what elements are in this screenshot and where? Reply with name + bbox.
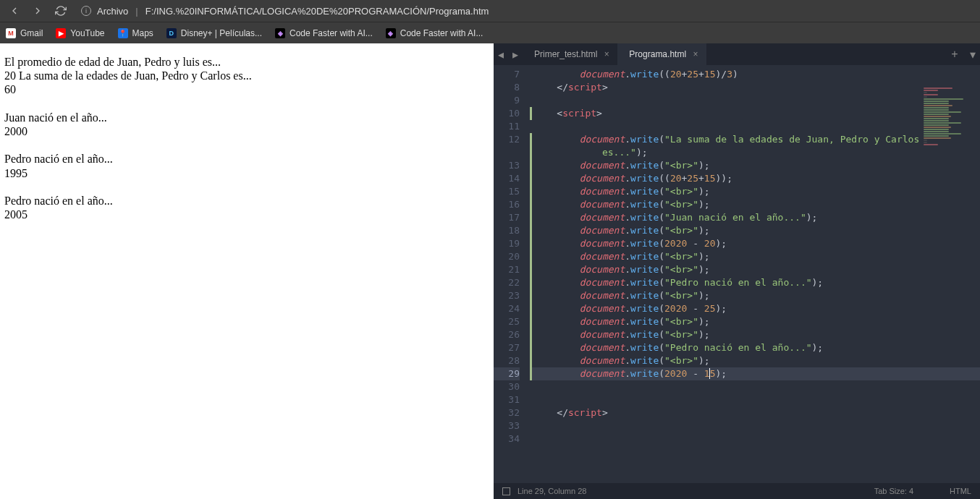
- code-line[interactable]: document.write("Pedro nació en el año...…: [530, 276, 980, 289]
- code-line[interactable]: document.write("<br>");: [530, 289, 980, 302]
- modified-indicator: [530, 133, 532, 380]
- code-line[interactable]: [530, 94, 980, 107]
- code-line[interactable]: </script>: [530, 406, 980, 419]
- code-line[interactable]: document.write((20+25+15));: [530, 172, 980, 185]
- line-number: [494, 146, 520, 159]
- bookmark-label: YouTube: [70, 28, 104, 38]
- line-number: 29: [494, 367, 520, 380]
- line-number: 30: [494, 380, 520, 393]
- line-number: 24: [494, 302, 520, 315]
- line-number: 12: [494, 133, 520, 146]
- close-icon[interactable]: ×: [690, 49, 701, 59]
- code-line[interactable]: document.write("<br>");: [530, 224, 980, 237]
- code-line[interactable]: es...");: [530, 146, 980, 159]
- bookmarks-bar: MGmail▶YouTube📍MapsDDisney+ | Películas.…: [0, 22, 980, 43]
- bookmark-icon: ▶: [56, 28, 66, 38]
- code-line[interactable]: </script>: [530, 81, 980, 94]
- line-number: 25: [494, 315, 520, 328]
- code-line[interactable]: [530, 120, 980, 133]
- bookmark-label: Disney+ | Películas...: [181, 28, 262, 38]
- code-line[interactable]: [530, 393, 980, 406]
- code-line[interactable]: document.write("La suma de la edades de …: [530, 133, 980, 146]
- line-number: 11: [494, 120, 520, 133]
- editor-tab[interactable]: Programa.html×: [617, 43, 706, 65]
- close-icon[interactable]: ×: [601, 49, 612, 59]
- code-line[interactable]: document.write("<br>");: [530, 354, 980, 367]
- line-number: 34: [494, 432, 520, 445]
- code-line[interactable]: [530, 380, 980, 393]
- address-bar[interactable]: i Archivo | F:/ING.%20INFORMÁTICA/LOGICA…: [75, 6, 974, 17]
- page-text-line: Pedro nació en el año...: [4, 194, 489, 208]
- tab-menu-button[interactable]: ▾: [966, 48, 980, 61]
- page-text-line: 2005: [4, 208, 489, 221]
- tab-size[interactable]: Tab Size: 4: [874, 487, 913, 495]
- line-number: 19: [494, 237, 520, 250]
- line-number: 9: [494, 94, 520, 107]
- code-line[interactable]: document.write(2020 - 20);: [530, 237, 980, 250]
- new-tab-button[interactable]: +: [944, 48, 966, 61]
- line-number: 26: [494, 328, 520, 341]
- code-line[interactable]: document.write("<br>");: [530, 263, 980, 276]
- page-text-line: Pedro nació en el año...: [4, 152, 489, 166]
- line-number: 15: [494, 185, 520, 198]
- bookmark-label: Code Faster with AI...: [290, 28, 373, 38]
- editor-tab[interactable]: Primer_test.html×: [523, 43, 617, 65]
- code-line[interactable]: document.write((20+25+15)/3): [530, 68, 980, 81]
- line-gutter: 7891011121314151617181920212223242526272…: [494, 65, 530, 483]
- code-line[interactable]: document.write("<br>");: [530, 198, 980, 211]
- reload-button[interactable]: [52, 2, 69, 20]
- status-indicator-icon: [502, 487, 510, 495]
- bookmark-icon: M: [6, 28, 16, 38]
- page-text-line: [4, 180, 489, 194]
- code-line[interactable]: document.write(2020 - 15);: [530, 367, 980, 380]
- bookmark-label: Maps: [132, 28, 153, 38]
- bookmark-item[interactable]: ◈Code Faster with AI...: [386, 28, 483, 38]
- rendered-page: El promedio de edad de Juan, Pedro y lui…: [0, 43, 494, 499]
- bookmark-icon: D: [166, 28, 177, 38]
- forward-button[interactable]: [29, 2, 46, 20]
- cursor-position[interactable]: Line 29, Column 28: [518, 487, 586, 495]
- code-line[interactable]: document.write(2020 - 25);: [530, 302, 980, 315]
- url-type-label: Archivo: [97, 6, 128, 17]
- page-text-line: 1995: [4, 166, 489, 180]
- bookmark-item[interactable]: MGmail: [6, 28, 43, 38]
- line-number: 14: [494, 172, 520, 185]
- code-line[interactable]: document.write("<br>");: [530, 315, 980, 328]
- code-line[interactable]: document.write("<br>");: [530, 328, 980, 341]
- browser-toolbar: i Archivo | F:/ING.%20INFORMÁTICA/LOGICA…: [0, 0, 980, 22]
- code-line[interactable]: document.write("Juan nació en el año..."…: [530, 211, 980, 224]
- code-line[interactable]: [530, 419, 980, 432]
- page-text-line: [4, 97, 489, 111]
- bookmark-icon: ◈: [386, 28, 396, 38]
- tab-scroll-right[interactable]: ▸: [508, 43, 523, 65]
- modified-indicator: [530, 107, 532, 120]
- bookmark-item[interactable]: ◈Code Faster with AI...: [275, 28, 373, 38]
- bookmark-item[interactable]: ▶YouTube: [56, 28, 104, 38]
- code-content[interactable]: document.write((20+25+15)/3) </script> <…: [530, 65, 980, 483]
- line-number: 27: [494, 341, 520, 354]
- code-line[interactable]: document.write("<br>");: [530, 185, 980, 198]
- line-number: 32: [494, 406, 520, 419]
- back-button[interactable]: [6, 2, 23, 20]
- tab-title: Primer_test.html: [534, 49, 597, 59]
- bookmark-item[interactable]: 📍Maps: [118, 28, 153, 38]
- bookmark-icon: 📍: [118, 28, 128, 38]
- code-line[interactable]: document.write("Pedro nació en el año...…: [530, 341, 980, 354]
- language-mode[interactable]: HTML: [950, 487, 971, 495]
- url-path: F:/ING.%20INFORMÁTICA/LOGICA%20DE%20PROG…: [145, 6, 489, 17]
- code-line[interactable]: document.write("<br>");: [530, 159, 980, 172]
- bookmark-label: Gmail: [20, 28, 43, 38]
- tab-scroll-left[interactable]: ◂: [494, 43, 508, 65]
- code-editor: ◂ ▸ Primer_test.html×Programa.html× + ▾ …: [494, 43, 980, 499]
- line-number: 23: [494, 289, 520, 302]
- page-text-line: El promedio de edad de Juan, Pedro y lui…: [4, 55, 489, 69]
- code-line[interactable]: [530, 432, 980, 445]
- code-line[interactable]: document.write("<br>");: [530, 250, 980, 263]
- bookmark-item[interactable]: DDisney+ | Películas...: [166, 28, 262, 38]
- line-number: 16: [494, 198, 520, 211]
- code-area[interactable]: 7891011121314151617181920212223242526272…: [494, 65, 980, 483]
- bookmark-label: Code Faster with AI...: [400, 28, 483, 38]
- code-line[interactable]: <script>: [530, 107, 980, 120]
- line-number: 7: [494, 68, 520, 81]
- bookmark-icon: ◈: [275, 28, 285, 38]
